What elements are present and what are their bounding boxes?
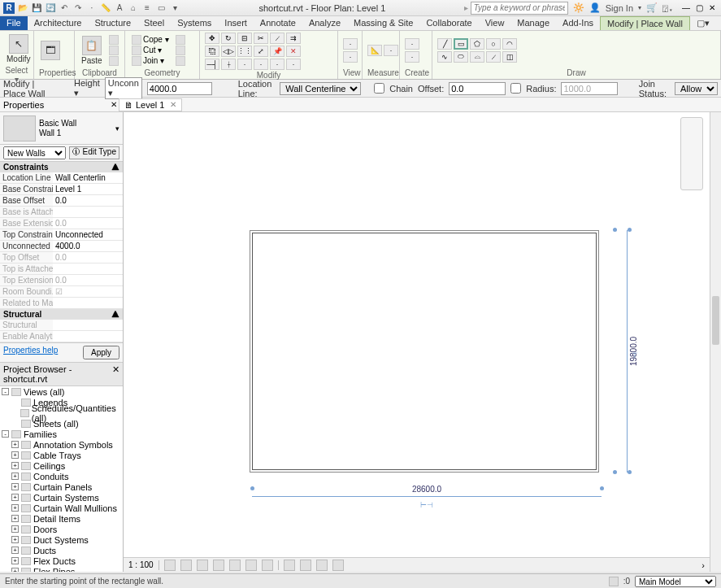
draw-circle[interactable]: ○ [486,38,501,50]
expand-icon[interactable]: + [11,451,19,459]
constraints-icon[interactable] [332,560,344,571]
tree-item[interactable]: -Views (all) [0,386,123,397]
geom-a[interactable] [174,35,187,45]
property-row[interactable]: Room Boundi...☑ [0,286,123,298]
control-point-br3[interactable] [628,470,632,474]
tree-item[interactable]: +Ceilings [0,460,123,471]
draw-ellipse[interactable]: ⬭ [454,51,468,63]
property-row[interactable]: Location LineWall Centerlin [0,172,123,184]
split-tool[interactable]: ⟋ [270,33,284,44]
join-button[interactable]: Join ▾ [130,56,171,66]
crop-view-icon[interactable] [229,560,241,571]
dimension-vertical[interactable]: 19800.0 ⊤ [615,230,640,473]
structural-category[interactable]: Structural⯅ [0,309,123,320]
property-row[interactable]: Enable Analyti [0,331,123,342]
tree-item[interactable]: +Doors [0,524,123,534]
expand-icon[interactable]: + [11,473,19,480]
expand-icon[interactable]: + [11,462,19,469]
unpin-tool[interactable]: · [237,59,252,70]
properties-button[interactable]: 🗔 [39,39,62,62]
navigation-bar[interactable] [680,117,703,190]
move-tool[interactable]: ✥ [205,33,219,44]
tree-item[interactable]: +Flex Pipes [0,566,123,572]
sign-in-link[interactable]: Sign In [606,3,633,13]
join-status-select[interactable]: Allow [675,82,718,95]
cope-button[interactable]: Cope ▾ [130,35,171,45]
tree-item[interactable]: +Conduits [0,471,123,481]
property-row[interactable]: Top is Attached [0,264,123,275]
match-type-button[interactable] [107,56,120,66]
shadows-icon[interactable] [213,560,224,571]
draw-pick-lines[interactable]: ⟋ [486,51,501,63]
height-input[interactable] [147,82,212,95]
close-inactive-icon[interactable]: ▭ [155,2,167,14]
minimize-button[interactable]: — [680,2,692,14]
tab-file[interactable]: File [0,16,28,30]
info-center-icon[interactable]: 🔆 [573,2,584,13]
print-icon[interactable]: · [86,2,98,14]
tab-addins[interactable]: Add-Ins [556,16,600,30]
drawing-canvas[interactable]: 28600.0 ⊢⊣ 19800.0 ⊤ [124,112,710,572]
expand-icon[interactable]: + [11,441,19,448]
home-icon[interactable]: ⌂ [128,2,139,14]
tree-item[interactable]: +Curtain Panels [0,481,123,492]
control-point-br[interactable] [613,470,617,474]
extend-tool[interactable]: ─┤ [205,59,219,70]
tree-item[interactable]: Schedules/Quantities (all) [0,407,123,418]
control-point-br2[interactable] [600,486,604,490]
expand-icon[interactable]: - [2,388,9,395]
expand-icon[interactable]: + [11,515,19,522]
property-row[interactable]: Top ConstraintUnconnected [0,229,123,241]
switch-window-icon[interactable]: ▾ [169,2,180,14]
paste-button[interactable]: 📋Paste [80,34,104,67]
worksharing-icon[interactable] [316,560,328,571]
property-row[interactable]: Base ConstraintLevel 1 [0,184,123,195]
tab-massing[interactable]: Massing & Site [347,16,419,30]
reveal-hidden-icon[interactable] [300,560,311,571]
scale-tool[interactable]: ⤢ [254,46,268,57]
property-row[interactable]: Base Offset0.0 [0,195,123,207]
expand-icon[interactable]: + [11,557,19,564]
hscroll-right-icon[interactable]: › [701,560,705,570]
property-row[interactable]: Top Offset0.0 [0,252,123,264]
tree-item[interactable]: +Ducts [0,545,123,555]
search-input[interactable] [471,2,568,15]
tab-extra-icon[interactable]: ▢▾ [690,16,716,30]
tree-item[interactable]: -Families [0,429,123,439]
maximize-button[interactable]: ▢ [693,2,705,14]
array-tool[interactable]: ⋮⋮ [237,46,252,57]
tab-annotate[interactable]: Annotate [254,16,302,30]
instance-filter-select[interactable]: New Walls [3,146,66,159]
offset-input[interactable] [449,82,506,95]
visual-style-icon[interactable] [180,560,192,571]
sign-in-icon[interactable]: 👤 [589,2,601,13]
control-point-tr[interactable] [613,228,617,232]
expand-icon[interactable]: - [2,430,9,438]
properties-close-icon[interactable]: ✕ [111,100,117,109]
detail-level-icon[interactable] [164,560,176,571]
radius-checkbox[interactable] [510,83,521,94]
tree-item[interactable]: +Annotation Symbols [0,439,123,450]
expand-icon[interactable]: + [11,483,19,490]
tab-manage[interactable]: Manage [510,16,556,30]
dimension-horizontal[interactable]: 28600.0 ⊢⊣ [252,485,602,509]
temp-hide-icon[interactable] [284,560,295,571]
tab-analyze[interactable]: Analyze [302,16,347,30]
tab-collaborate[interactable]: Collaborate [419,16,478,30]
draw-partial-ellipse[interactable]: ⌓ [470,51,484,63]
tree-item[interactable]: +Detail Items [0,513,123,524]
expand-icon[interactable]: + [11,504,19,512]
chain-checkbox[interactable] [374,83,384,94]
view-tab-close-icon[interactable]: ✕ [170,100,176,109]
view-b[interactable]: · [343,51,358,63]
save-icon[interactable]: 💾 [31,2,42,14]
expand-icon[interactable]: + [11,568,19,572]
tab-steel[interactable]: Steel [137,16,171,30]
offset-tool[interactable]: ⇉ [286,33,301,44]
crop-region-icon[interactable] [245,560,257,571]
tab-architecture[interactable]: Architecture [28,16,89,30]
cut-clipboard-button[interactable] [107,35,120,45]
type-selector[interactable]: Basic WallWall 1 ▾ [0,112,123,145]
workset-select[interactable]: Main Model [635,576,716,587]
scale-button[interactable]: 1 : 100 [128,560,154,569]
